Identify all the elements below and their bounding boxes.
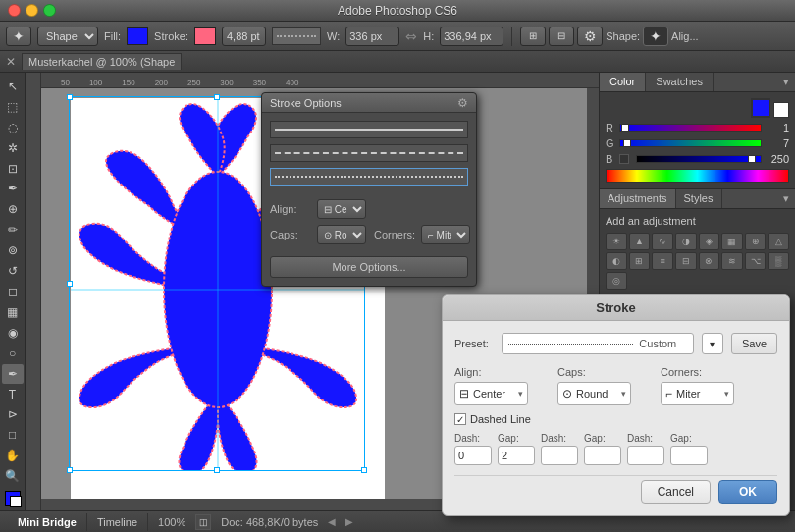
arrange-icon[interactable]: ⊞ xyxy=(520,27,546,46)
shape-type-select[interactable]: Shape xyxy=(37,27,98,46)
posterize-icon[interactable]: ≋ xyxy=(721,252,743,270)
panel-menu-arrow[interactable]: ▾ xyxy=(777,73,795,91)
curves-icon[interactable]: ∿ xyxy=(652,233,673,250)
color-spectrum[interactable] xyxy=(606,169,789,183)
caps-select[interactable]: ⊙ Round ⊙ Butt ⊙ Square xyxy=(317,225,366,244)
corners-select[interactable]: ⌐ Miter ⌐ Round ⌐ Bevel xyxy=(421,225,470,244)
brush-tool[interactable]: ✏ xyxy=(2,220,24,239)
background-color-box[interactable] xyxy=(773,102,789,118)
align-select[interactable]: ⊟ Center ⊟ Inside ⊟ Outside xyxy=(317,199,366,219)
collorlookup-icon[interactable]: ⊟ xyxy=(675,252,697,270)
foreground-color-box[interactable] xyxy=(751,98,770,118)
healing-tool[interactable]: ⊕ xyxy=(2,199,24,219)
exposure-icon[interactable]: ◑ xyxy=(675,233,697,250)
stroke-options-titlebar[interactable]: Stroke Options ⚙ xyxy=(262,93,476,113)
wand-tool[interactable]: ✲ xyxy=(2,138,24,158)
window-controls[interactable] xyxy=(8,4,56,17)
clone-tool[interactable]: ⊚ xyxy=(2,240,24,260)
vibrance-icon[interactable]: ◈ xyxy=(699,233,720,250)
dash1-input[interactable] xyxy=(454,446,492,465)
save-button[interactable]: Save xyxy=(731,333,777,354)
text-tool[interactable]: T xyxy=(2,385,24,404)
ok-button[interactable]: OK xyxy=(718,480,777,504)
adjustments-tab[interactable]: Adjustments xyxy=(600,189,676,208)
g-slider[interactable] xyxy=(619,139,762,147)
close-button[interactable] xyxy=(8,4,21,17)
levels-icon[interactable]: ▲ xyxy=(629,233,651,250)
tool-preset-icon[interactable]: ✦ xyxy=(6,27,31,46)
gap2-input[interactable] xyxy=(584,446,621,465)
nav-left-arrow[interactable]: ◀ xyxy=(328,516,336,527)
cancel-button[interactable]: Cancel xyxy=(641,480,711,504)
lasso-tool[interactable]: ◌ xyxy=(2,118,24,137)
dash2-input[interactable] xyxy=(541,446,578,465)
stroke-color-swatch[interactable] xyxy=(194,27,216,45)
photofilter-icon[interactable]: ⊞ xyxy=(629,252,651,270)
b-slider-thumb[interactable] xyxy=(748,155,756,163)
colorbal-icon[interactable]: ⊕ xyxy=(745,233,767,250)
gradient-tool[interactable]: ▦ xyxy=(2,302,24,322)
stroke-solid-option[interactable] xyxy=(270,121,468,138)
background-color[interactable] xyxy=(10,496,22,507)
channelmix-icon[interactable]: ≡ xyxy=(652,252,673,270)
align-dropdown[interactable]: ⊟ Center ▾ xyxy=(454,382,528,405)
timeline-tab[interactable]: Timeline xyxy=(87,513,148,531)
brightness-icon[interactable]: ☀ xyxy=(606,233,627,250)
maximize-button[interactable] xyxy=(43,4,56,17)
b-slider[interactable] xyxy=(636,155,762,163)
shape-thumbnail[interactable]: ✦ xyxy=(643,27,668,46)
gap1-input[interactable] xyxy=(498,446,535,465)
close-tab-icon[interactable]: ✕ xyxy=(6,55,16,69)
crop-tool[interactable]: ⊡ xyxy=(2,159,24,179)
foreground-color[interactable] xyxy=(5,491,21,506)
path-tool[interactable]: ⊳ xyxy=(2,405,24,425)
fill-color-swatch[interactable] xyxy=(127,27,148,45)
blur-tool[interactable]: ◉ xyxy=(2,323,24,343)
g-slider-thumb[interactable] xyxy=(623,139,631,147)
stroke-dotted-option[interactable] xyxy=(270,168,468,186)
gear-icon[interactable]: ⚙ xyxy=(577,27,603,46)
zoom-tool[interactable]: 🔍 xyxy=(2,466,24,486)
gradient-map-icon[interactable]: ▒ xyxy=(768,252,789,270)
select-tool[interactable]: ⬚ xyxy=(2,97,24,117)
caps-dropdown[interactable]: ⊙ Round ▾ xyxy=(557,382,631,405)
height-input[interactable] xyxy=(440,27,504,46)
align-icon[interactable]: ⊟ xyxy=(549,27,574,46)
stroke-pattern-preview[interactable] xyxy=(272,27,321,45)
swatches-tab[interactable]: Swatches xyxy=(646,73,714,91)
preset-dropdown-btn[interactable]: ▾ xyxy=(702,333,723,354)
selective-color-icon[interactable]: ◎ xyxy=(606,272,627,290)
pen-tool[interactable]: ✒ xyxy=(2,364,24,384)
stroke-dashed-option[interactable] xyxy=(270,144,468,162)
eraser-tool[interactable]: ◻ xyxy=(2,282,24,301)
stroke-width-input[interactable] xyxy=(222,27,266,46)
gap3-input[interactable] xyxy=(670,446,708,465)
width-input[interactable] xyxy=(345,27,399,46)
threshold-icon[interactable]: ⌥ xyxy=(745,252,767,270)
canvas-tab[interactable]: Musterkachel @ 100% (Shape xyxy=(22,53,182,70)
r-slider-thumb[interactable] xyxy=(621,124,629,132)
corners-dropdown[interactable]: ⌐ Miter ▾ xyxy=(661,382,734,405)
dash3-input[interactable] xyxy=(627,446,664,465)
minimize-button[interactable] xyxy=(26,4,38,17)
r-slider[interactable] xyxy=(619,124,762,132)
dashed-checkbox[interactable]: ✓ xyxy=(454,413,466,425)
dashed-checkbox-label[interactable]: ✓ Dashed Line xyxy=(454,413,531,425)
hand-tool[interactable]: ✋ xyxy=(2,446,24,465)
mini-bridge-tab[interactable]: Mini Bridge xyxy=(8,513,87,531)
move-tool[interactable]: ↖ xyxy=(2,77,24,96)
hsl-icon[interactable]: ▦ xyxy=(721,233,743,250)
shape-tool[interactable]: □ xyxy=(2,425,24,445)
history-tool[interactable]: ↺ xyxy=(2,261,24,281)
eyedropper-tool[interactable]: ✒ xyxy=(2,180,24,199)
adj-menu-arrow[interactable]: ▾ xyxy=(777,189,795,208)
more-options-button[interactable]: More Options... xyxy=(270,256,468,278)
zoom-info-btn[interactable]: ◫ xyxy=(195,514,211,530)
nav-right-arrow[interactable]: ▶ xyxy=(345,516,353,527)
blackwhite-icon[interactable]: ◐ xyxy=(606,252,627,270)
color-tab[interactable]: Color xyxy=(600,73,646,91)
triangle-icon[interactable]: △ xyxy=(768,233,789,250)
dodge-tool[interactable]: ○ xyxy=(2,344,24,363)
stroke-options-gear-icon[interactable]: ⚙ xyxy=(457,96,468,110)
styles-tab[interactable]: Styles xyxy=(676,189,722,208)
